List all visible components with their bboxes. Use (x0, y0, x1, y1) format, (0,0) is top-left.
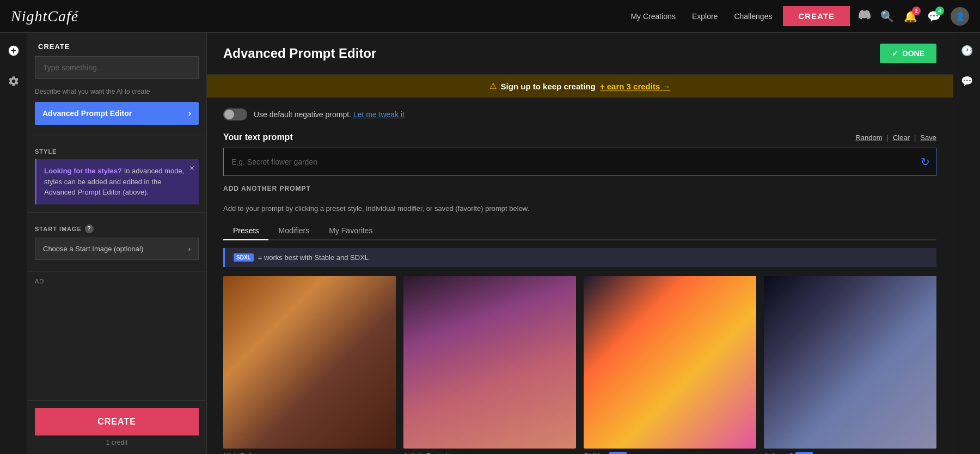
refresh-prompt-button[interactable]: ↻ (921, 155, 930, 168)
discord-icon (859, 9, 871, 21)
checkmark-icon: ✓ (892, 49, 898, 58)
text-prompt-header: Your text prompt Random | Clear | Save (223, 132, 936, 142)
nav-challenges[interactable]: Challenges (734, 12, 772, 21)
advanced-prompt-editor-button[interactable]: Advanced Prompt Editor › (35, 102, 199, 125)
style-section-label: STYLE (27, 143, 206, 159)
ad-divider (27, 271, 206, 271)
warning-icon: ⚠ (489, 81, 497, 91)
second-notification-button[interactable]: 💬 4 (927, 10, 941, 23)
refresh-icon: ↻ (921, 156, 930, 168)
search-icon: 🔍 (880, 10, 894, 22)
right-sidebar: 🕐 💬 (953, 33, 980, 454)
start-image-divider (27, 212, 206, 213)
describe-text: Describe what you want the AI to create (27, 84, 206, 102)
style-info-bold: Looking for the styles? (44, 167, 122, 175)
toggle-knob (224, 110, 234, 119)
artistic-portrait-thumbnail (403, 276, 576, 449)
striking-sdxl-badge: SDXL (609, 452, 627, 454)
sign-up-main-text: Sign up to keep creating (501, 82, 596, 91)
neg-prompt-toggle[interactable] (223, 108, 247, 120)
prompt-input-area (27, 56, 206, 84)
prompt-actions: Random | Clear | Save (855, 134, 936, 142)
top-navigation: NightCafé My Creations Explore Challenge… (0, 0, 980, 33)
nav-links: My Creations Explore Challenges (630, 12, 772, 21)
avatar-initial: 👤 (955, 12, 965, 21)
main-content: Advanced Prompt Editor ✓ DONE ⚠ Sign up … (207, 33, 953, 454)
random-action-link[interactable]: Random (855, 134, 882, 142)
text-prompt-input-wrap: ↻ (223, 148, 936, 176)
advanced-btn-arrow-icon: › (188, 108, 191, 118)
sidebar-settings-icon-button[interactable] (4, 71, 23, 91)
history-icon-button[interactable]: 🕐 (957, 41, 977, 60)
neg-prompt-label: Use default negative prompt. Let me twea… (254, 110, 405, 119)
text-prompt-title: Your text prompt (223, 132, 293, 142)
user-avatar[interactable]: 👤 (951, 7, 969, 26)
discord-icon-button[interactable] (859, 9, 871, 23)
image-card-striking[interactable]: Striking SDXL (584, 276, 756, 455)
credit-text: 1 credit (35, 439, 199, 446)
nightcafe-thumbnail (223, 276, 396, 449)
style-info-box: Looking for the styles? In advanced mode… (35, 159, 199, 204)
create-main-button[interactable]: CREATE (35, 408, 199, 435)
text-prompt-input[interactable] (223, 148, 936, 176)
main-layout: CREATE Describe what you want the AI to … (0, 33, 980, 454)
style-divider (27, 136, 206, 136)
start-image-btn-label: Choose a Start Image (optional) (43, 245, 143, 253)
clear-action-link[interactable]: Clear (893, 134, 910, 142)
create-bottom-area: CREATE 1 credit (27, 400, 206, 454)
content-scrollable: Use default negative prompt. Let me twea… (207, 98, 953, 454)
done-button[interactable]: ✓ DONE (880, 44, 936, 63)
add-another-prompt-button[interactable]: ADD ANOTHER PROMPT (223, 183, 311, 195)
action-sep-2: | (914, 134, 916, 142)
nav-icon-group: 🔍 🔔 2 💬 4 👤 (859, 7, 969, 26)
content-header: Advanced Prompt Editor ✓ DONE (207, 33, 953, 75)
image-card-anime-v2[interactable]: Anime v2 SDXL (764, 276, 936, 455)
image-card-artistic-portrait[interactable]: Artistic Portrait (403, 276, 576, 455)
striking-label: Striking SDXL (584, 452, 756, 455)
nav-my-creations[interactable]: My Creations (630, 12, 675, 21)
tab-modifiers[interactable]: Modifiers (268, 222, 319, 240)
second-notification-badge: 4 (935, 7, 944, 15)
chat-icon-button[interactable]: 💬 (957, 71, 977, 91)
artistic-portrait-label: Artistic Portrait (403, 452, 576, 455)
history-icon: 🕐 (961, 45, 973, 57)
sdxl-banner-text: = works best with Stable and SDXL (258, 253, 369, 262)
sdxl-info-banner: SDXL = works best with Stable and SDXL (223, 248, 936, 267)
start-image-button[interactable]: Choose a Start Image (optional) › (35, 238, 199, 260)
neg-prompt-tweak-link[interactable]: Let me tweak it (353, 110, 405, 119)
preset-tabs: Presets Modifiers My Favorites (223, 222, 936, 240)
chat-icon: 💬 (961, 75, 973, 87)
search-icon-button[interactable]: 🔍 (880, 10, 894, 23)
tab-my-favorites[interactable]: My Favorites (319, 222, 382, 240)
settings-icon (8, 75, 20, 87)
style-info-close-button[interactable]: × (189, 164, 194, 173)
image-card-nightcafe[interactable]: NightCafe (223, 276, 396, 455)
advanced-btn-label: Advanced Prompt Editor (42, 109, 132, 118)
start-image-btn-arrow-icon: › (188, 245, 191, 253)
sign-up-banner: ⚠ Sign up to keep creating + earn 3 cred… (207, 75, 953, 98)
tab-presets[interactable]: Presets (223, 222, 268, 240)
create-icon (8, 45, 20, 57)
start-image-section-label: START IMAGE ? (27, 219, 206, 238)
icon-sidebar (0, 33, 27, 454)
negative-prompt-row: Use default negative prompt. Let me twea… (223, 108, 936, 120)
nightcafe-label: NightCafe (223, 452, 396, 455)
sdxl-badge: SDXL (234, 253, 254, 262)
main-prompt-input[interactable] (35, 56, 199, 79)
striking-thumbnail (584, 276, 756, 449)
notification-bell-button[interactable]: 🔔 2 (904, 10, 917, 23)
done-btn-label: DONE (903, 49, 924, 58)
nav-explore[interactable]: Explore (692, 12, 718, 21)
left-panel-create-label: CREATE (27, 33, 206, 56)
app-logo[interactable]: NightCafé (11, 8, 78, 25)
content-title: Advanced Prompt Editor (223, 46, 376, 61)
nav-create-button[interactable]: CREATE (783, 6, 850, 26)
ad-section-label: AD (27, 278, 206, 295)
helper-text: Add to your prompt by clicking a preset … (223, 203, 936, 214)
sign-up-link[interactable]: + earn 3 credits → (600, 82, 671, 91)
start-image-help-icon[interactable]: ? (85, 225, 94, 233)
sidebar-create-icon-button[interactable] (4, 41, 23, 60)
left-panel: CREATE Describe what you want the AI to … (27, 33, 207, 454)
anime-v2-thumbnail (764, 276, 936, 449)
save-action-link[interactable]: Save (920, 134, 936, 142)
